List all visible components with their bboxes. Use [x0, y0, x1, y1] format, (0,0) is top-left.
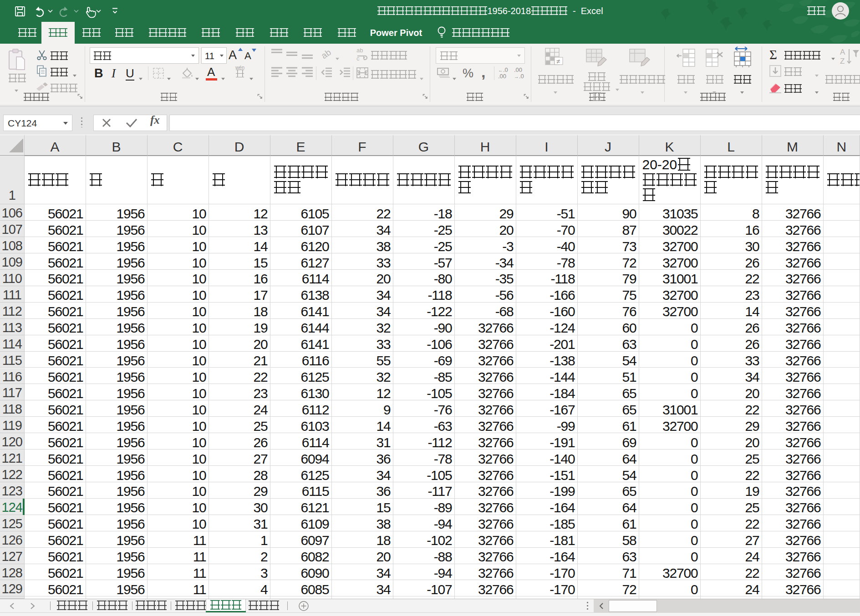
svg-text:≠: ≠ [556, 57, 560, 65]
svg-text:A: A [840, 48, 845, 56]
svg-text:Z: Z [840, 57, 845, 66]
svg-text:ab: ab [356, 47, 363, 54]
svg-text:c: c [356, 55, 360, 61]
